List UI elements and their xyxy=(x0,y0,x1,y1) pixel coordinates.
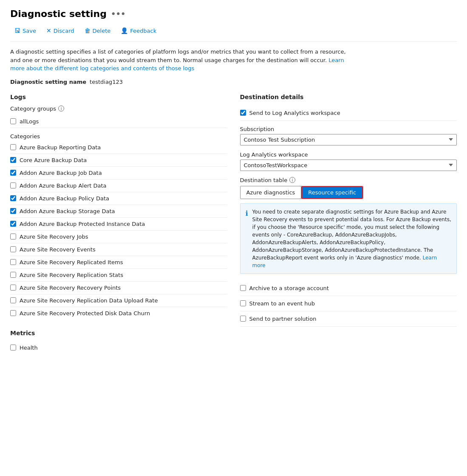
delete-icon: 🗑 xyxy=(85,27,91,34)
cat2-label: Core Azure Backup Data xyxy=(20,157,87,163)
allLogs-checkbox-row: allLogs xyxy=(10,115,227,128)
category-groups-title: Category groups i xyxy=(10,105,227,112)
cat3-checkbox[interactable] xyxy=(10,170,16,176)
info-box-icon: ℹ xyxy=(246,208,248,269)
discard-button[interactable]: ✕ Discard xyxy=(42,25,79,36)
workspace-label: Log Analytics workspace xyxy=(240,151,457,158)
health-label: Health xyxy=(20,345,38,351)
subscription-group: Subscription Contoso Test Subscription xyxy=(240,126,457,145)
toolbar: 🖫 Save ✕ Discard 🗑 Delete 👤 Feedback xyxy=(10,25,457,42)
stream-checkbox[interactable] xyxy=(240,300,246,306)
cat11-checkbox[interactable] xyxy=(10,272,16,278)
cat12-label: Azure Site Recovery Recovery Points xyxy=(20,285,121,291)
discard-icon: ✕ xyxy=(46,27,51,34)
list-item: Addon Azure Backup Storage Data xyxy=(10,205,227,218)
info-box-text: You need to create separate diagnostic s… xyxy=(252,208,451,269)
health-checkbox-row: Health xyxy=(10,342,227,354)
logs-section-title: Logs xyxy=(10,94,227,100)
cat5-checkbox[interactable] xyxy=(10,195,16,201)
destination-table-info-icon: i xyxy=(289,177,295,183)
info-box: ℹ You need to create separate diagnostic… xyxy=(240,203,457,274)
log-analytics-checkbox-row: Send to Log Analytics workspace xyxy=(240,105,457,121)
list-item: Addon Azure Backup Job Data xyxy=(10,167,227,180)
list-item: Azure Backup Reporting Data xyxy=(10,141,227,154)
cat5-label: Addon Azure Backup Policy Data xyxy=(20,195,109,202)
description: A diagnostic setting specifies a list of… xyxy=(10,48,350,73)
cat3-label: Addon Azure Backup Job Data xyxy=(20,170,102,176)
health-checkbox[interactable] xyxy=(10,345,16,351)
list-item: Addon Azure Backup Protected Instance Da… xyxy=(10,218,227,231)
cat14-label: Azure Site Recovery Protected Disk Data … xyxy=(20,310,150,316)
list-item: Core Azure Backup Data xyxy=(10,154,227,167)
category-groups-info-icon: i xyxy=(58,105,64,111)
feedback-button[interactable]: 👤 Feedback xyxy=(116,25,161,36)
categories-title: Categories xyxy=(10,133,227,140)
cat6-checkbox[interactable] xyxy=(10,208,16,214)
logs-section: Logs Category groups i allLogs Categorie… xyxy=(10,94,240,354)
cat10-label: Azure Site Recovery Replicated Items xyxy=(20,259,123,265)
destination-table-label: Destination table i xyxy=(240,177,457,183)
cat13-checkbox[interactable] xyxy=(10,297,16,303)
setting-name-row: Diagnostic setting name testdiag123 xyxy=(10,79,457,85)
allLogs-label: allLogs xyxy=(20,118,39,125)
save-button[interactable]: 🖫 Save xyxy=(10,25,40,36)
feedback-icon: 👤 xyxy=(121,27,128,34)
cat4-checkbox[interactable] xyxy=(10,182,16,188)
metrics-section-title: Metrics xyxy=(10,330,227,336)
destination-table-section: Destination table i Azure diagnostics Re… xyxy=(240,177,457,274)
cat1-label: Azure Backup Reporting Data xyxy=(20,144,101,151)
workspace-select[interactable]: ContosoTestWorkspace xyxy=(240,160,457,171)
archive-checkbox-row: Archive to a storage account xyxy=(240,281,457,296)
cat14-checkbox[interactable] xyxy=(10,310,16,316)
list-item: Azure Site Recovery Jobs xyxy=(10,231,227,243)
cat10-checkbox[interactable] xyxy=(10,259,16,265)
destination-section: Destination details Send to Log Analytic… xyxy=(240,94,457,327)
list-item: Azure Site Recovery Recovery Points xyxy=(10,282,227,294)
cat1-checkbox[interactable] xyxy=(10,144,16,150)
azure-diagnostics-tab[interactable]: Azure diagnostics xyxy=(241,186,302,199)
cat12-checkbox[interactable] xyxy=(10,285,16,291)
stream-checkbox-row: Stream to an event hub xyxy=(240,296,457,311)
cat2-checkbox[interactable] xyxy=(10,157,16,163)
cat13-label: Azure Site Recovery Replication Data Upl… xyxy=(20,297,158,304)
list-item: Addon Azure Backup Policy Data xyxy=(10,192,227,205)
cat6-label: Addon Azure Backup Storage Data xyxy=(20,208,115,214)
delete-button[interactable]: 🗑 Delete xyxy=(80,25,115,36)
list-item: Addon Azure Backup Alert Data xyxy=(10,180,227,192)
list-item: Azure Site Recovery Protected Disk Data … xyxy=(10,307,227,319)
list-item: Azure Site Recovery Replication Data Upl… xyxy=(10,294,227,307)
destination-section-title: Destination details xyxy=(240,94,457,100)
cat7-label: Addon Azure Backup Protected Instance Da… xyxy=(20,221,145,227)
log-analytics-label: Send to Log Analytics workspace xyxy=(249,110,340,116)
cat8-checkbox[interactable] xyxy=(10,234,16,239)
destination-table-tabs: Azure diagnostics Resource specific xyxy=(240,186,364,199)
list-item: Azure Site Recovery Events xyxy=(10,243,227,256)
stream-label: Stream to an event hub xyxy=(249,300,315,307)
cat7-checkbox[interactable] xyxy=(10,221,16,227)
cat9-label: Azure Site Recovery Events xyxy=(20,246,96,253)
resource-specific-tab[interactable]: Resource specific xyxy=(302,187,362,198)
metrics-section: Metrics Health xyxy=(10,330,227,354)
subscription-label: Subscription xyxy=(240,126,457,132)
cat8-label: Azure Site Recovery Jobs xyxy=(20,234,88,240)
archive-checkbox[interactable] xyxy=(240,285,246,291)
partner-checkbox-row: Send to partner solution xyxy=(240,311,457,327)
workspace-group: Log Analytics workspace ContosoTestWorks… xyxy=(240,151,457,171)
resource-specific-outline: Resource specific xyxy=(301,186,363,199)
archive-label: Archive to a storage account xyxy=(249,285,329,291)
subscription-select[interactable]: Contoso Test Subscription xyxy=(240,134,457,145)
save-icon: 🖫 xyxy=(14,27,20,34)
more-options-icon[interactable]: ••• xyxy=(111,9,126,18)
partner-label: Send to partner solution xyxy=(249,316,317,322)
allLogs-checkbox[interactable] xyxy=(10,118,16,124)
list-item: Azure Site Recovery Replicated Items xyxy=(10,256,227,269)
cat4-label: Addon Azure Backup Alert Data xyxy=(20,182,107,189)
cat9-checkbox[interactable] xyxy=(10,246,16,252)
log-analytics-checkbox[interactable] xyxy=(240,110,246,116)
partner-checkbox[interactable] xyxy=(240,316,246,322)
list-item: Azure Site Recovery Replication Stats xyxy=(10,269,227,282)
cat11-label: Azure Site Recovery Replication Stats xyxy=(20,272,123,278)
page-title: Diagnostic setting ••• xyxy=(10,9,457,19)
